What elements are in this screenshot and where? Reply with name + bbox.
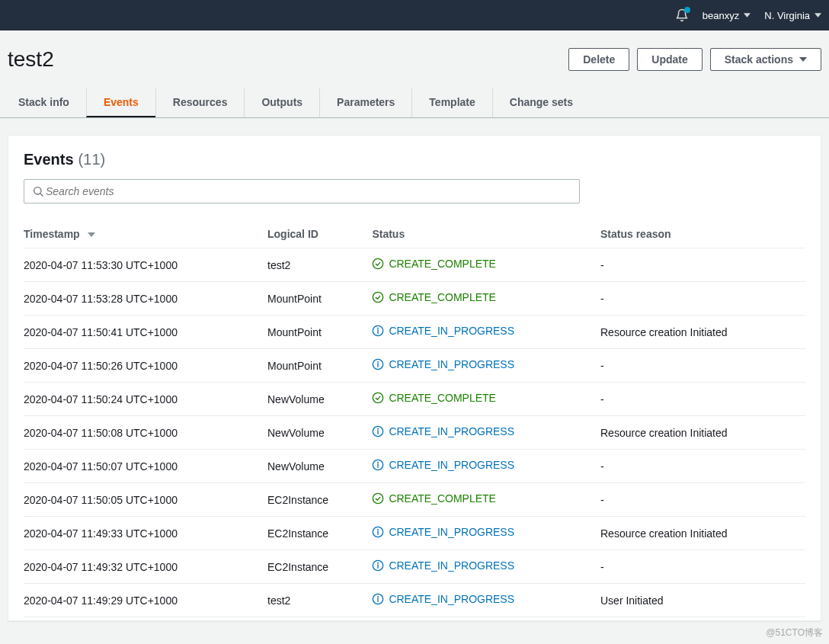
- table-row: 2020-04-07 11:50:41 UTC+1000MountPointCR…: [24, 316, 805, 349]
- sort-desc-icon: [88, 232, 95, 237]
- status-badge: CREATE_IN_PROGRESS: [372, 358, 514, 370]
- col-status-reason[interactable]: Status reason: [600, 220, 805, 248]
- button-label: Delete: [583, 53, 615, 66]
- cell-status: CREATE_IN_PROGRESS: [372, 349, 600, 383]
- cell-timestamp: 2020-04-07 11:50:41 UTC+1000: [24, 316, 267, 349]
- cell-logical-id: NewVolume: [267, 450, 372, 483]
- search-icon: [32, 185, 44, 197]
- cell-logical-id: MountPoint: [267, 316, 372, 349]
- tab-events[interactable]: Events: [86, 88, 155, 117]
- col-logical-id[interactable]: Logical ID: [267, 220, 372, 248]
- svg-point-16: [378, 462, 379, 463]
- status-badge: CREATE_IN_PROGRESS: [372, 425, 514, 437]
- table-row: 2020-04-07 11:53:30 UTC+1000test2CREATE_…: [24, 248, 805, 282]
- cell-logical-id: test2: [267, 248, 372, 282]
- cell-status: CREATE_COMPLETE: [372, 248, 600, 282]
- title-row: test2 Delete Update Stack actions: [0, 30, 829, 88]
- check-circle-icon: [372, 392, 384, 404]
- status-badge: CREATE_IN_PROGRESS: [372, 459, 514, 471]
- cell-logical-id: EC2Instance: [267, 550, 372, 584]
- cell-status: CREATE_COMPLETE: [372, 383, 600, 416]
- delete-button[interactable]: Delete: [568, 48, 629, 71]
- caret-down-icon: [815, 13, 821, 18]
- search-input[interactable]: [44, 184, 571, 198]
- status-badge: CREATE_IN_PROGRESS: [372, 559, 514, 572]
- region-menu[interactable]: N. Virginia: [764, 10, 821, 21]
- status-text: CREATE_IN_PROGRESS: [389, 358, 514, 370]
- cell-status-reason: Resource creation Initiated: [600, 517, 805, 550]
- tab-parameters[interactable]: Parameters: [319, 88, 411, 117]
- status-badge: CREATE_COMPLETE: [372, 291, 496, 303]
- cell-status: CREATE_IN_PROGRESS: [372, 316, 600, 349]
- stack-actions-button[interactable]: Stack actions: [710, 48, 821, 71]
- cell-timestamp: 2020-04-07 11:53:28 UTC+1000: [24, 282, 267, 316]
- status-text: CREATE_IN_PROGRESS: [389, 526, 514, 538]
- col-label: Status reason: [600, 228, 671, 240]
- status-text: CREATE_COMPLETE: [389, 392, 496, 404]
- status-text: CREATE_IN_PROGRESS: [389, 593, 514, 605]
- update-button[interactable]: Update: [637, 48, 702, 71]
- panel-count: (11): [78, 151, 106, 168]
- tab-template[interactable]: Template: [411, 88, 491, 117]
- cell-logical-id: NewVolume: [267, 416, 372, 450]
- cell-timestamp: 2020-04-07 11:49:33 UTC+1000: [24, 517, 267, 550]
- status-text: CREATE_COMPLETE: [389, 492, 496, 505]
- cell-status: CREATE_IN_PROGRESS: [372, 517, 600, 550]
- tab-resources[interactable]: Resources: [155, 88, 245, 117]
- info-circle-icon: [372, 459, 384, 471]
- table-row: 2020-04-07 11:50:07 UTC+1000NewVolumeCRE…: [24, 450, 805, 483]
- cell-status-reason: Resource creation Initiated: [600, 316, 805, 349]
- notifications-bell[interactable]: [675, 8, 689, 22]
- cell-logical-id: EC2Instance: [267, 483, 372, 517]
- cell-timestamp: 2020-04-07 11:50:08 UTC+1000: [24, 416, 267, 450]
- check-circle-icon: [372, 492, 384, 505]
- table-row: 2020-04-07 11:50:05 UTC+1000EC2InstanceC…: [24, 483, 805, 517]
- cell-status: CREATE_IN_PROGRESS: [372, 550, 600, 584]
- events-panel: Events (11) Timestamp Logical ID Status …: [8, 135, 821, 621]
- table-row: 2020-04-07 11:50:24 UTC+1000NewVolumeCRE…: [24, 383, 805, 416]
- cell-status-reason: -: [600, 349, 805, 383]
- button-label: Update: [651, 53, 687, 66]
- status-text: CREATE_IN_PROGRESS: [389, 425, 514, 437]
- table-row: 2020-04-07 11:50:08 UTC+1000NewVolumeCRE…: [24, 416, 805, 450]
- tab-change-sets[interactable]: Change sets: [492, 88, 590, 117]
- region-name: N. Virginia: [764, 10, 810, 21]
- col-status[interactable]: Status: [372, 220, 600, 248]
- cell-timestamp: 2020-04-07 11:50:24 UTC+1000: [24, 383, 267, 416]
- info-circle-icon: [372, 358, 384, 370]
- status-badge: CREATE_IN_PROGRESS: [372, 325, 514, 337]
- cell-timestamp: 2020-04-07 11:53:30 UTC+1000: [24, 248, 267, 282]
- cell-status-reason: User Initiated: [600, 584, 805, 617]
- cell-timestamp: 2020-04-07 11:49:32 UTC+1000: [24, 550, 267, 584]
- svg-point-13: [378, 428, 379, 429]
- info-circle-icon: [372, 425, 384, 437]
- cell-status-reason: Resource creation Initiated: [600, 416, 805, 450]
- cell-timestamp: 2020-04-07 11:50:26 UTC+1000: [24, 349, 267, 383]
- tab-outputs[interactable]: Outputs: [244, 88, 319, 117]
- search-events[interactable]: [24, 179, 580, 203]
- notification-dot-icon: [684, 7, 690, 13]
- info-circle-icon: [372, 593, 384, 605]
- status-text: CREATE_IN_PROGRESS: [389, 325, 514, 337]
- cell-logical-id: EC2Instance: [267, 517, 372, 550]
- status-badge: CREATE_COMPLETE: [372, 492, 496, 505]
- svg-point-2: [373, 258, 383, 268]
- col-label: Status: [372, 228, 405, 240]
- svg-point-26: [378, 596, 379, 597]
- events-table: Timestamp Logical ID Status Status reaso…: [24, 220, 805, 617]
- topnav: beanxyz N. Virginia: [0, 0, 829, 30]
- col-timestamp[interactable]: Timestamp: [24, 220, 267, 248]
- caret-down-icon: [799, 57, 807, 62]
- account-menu[interactable]: beanxyz: [703, 10, 751, 21]
- status-text: CREATE_IN_PROGRESS: [389, 459, 514, 471]
- svg-point-6: [378, 328, 379, 328]
- table-row: 2020-04-07 11:49:32 UTC+1000EC2InstanceC…: [24, 550, 805, 584]
- page-title: test2: [8, 47, 54, 72]
- cell-status: CREATE_IN_PROGRESS: [372, 450, 600, 483]
- status-text: CREATE_IN_PROGRESS: [389, 559, 514, 572]
- tab-stack-info[interactable]: Stack info: [8, 88, 86, 117]
- caret-down-icon: [744, 13, 751, 18]
- cell-status: CREATE_COMPLETE: [372, 483, 600, 517]
- status-badge: CREATE_IN_PROGRESS: [372, 526, 514, 538]
- tabs: Stack infoEventsResourcesOutputsParamete…: [0, 88, 829, 118]
